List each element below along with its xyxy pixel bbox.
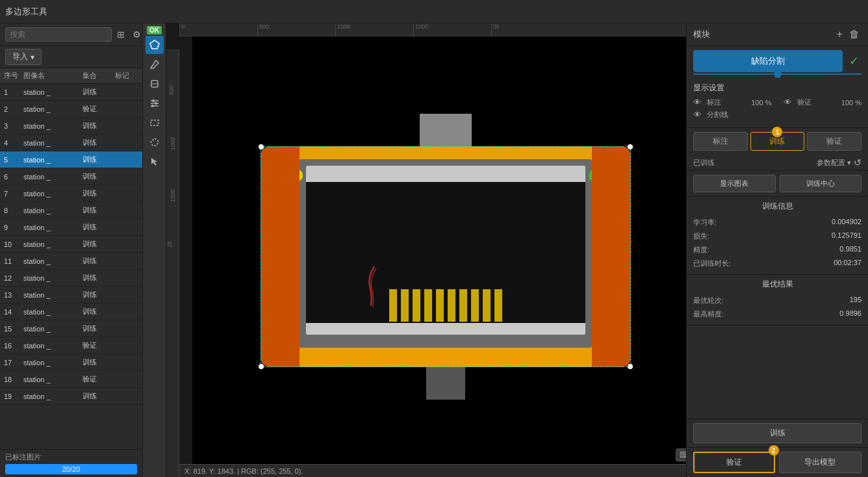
table-row[interactable]: 13 station _ 训练 bbox=[0, 287, 142, 303]
show-chart-btn[interactable]: 显示图表 bbox=[693, 175, 776, 192]
row-name: station _ bbox=[22, 139, 81, 147]
canvas-image[interactable]: ⌨ bbox=[192, 36, 686, 477]
table-row[interactable]: 15 station _ 训练 bbox=[0, 320, 142, 337]
training-info-row: 已训练时长: 00:02:37 bbox=[693, 257, 862, 270]
status-bar: X: 819. Y: 1843. | RGB: (255, 255, 0). bbox=[179, 464, 686, 477]
best-key: 最优轮次: bbox=[693, 296, 724, 305]
table-row[interactable]: 7 station _ 训练 bbox=[0, 185, 142, 202]
grid-icon-btn[interactable]: ⊞ bbox=[114, 28, 127, 41]
pen-tool-btn[interactable] bbox=[146, 55, 164, 73]
row-set: 训练 bbox=[81, 188, 114, 198]
dotted-rect-tool-btn[interactable] bbox=[146, 114, 164, 132]
table-row[interactable]: 10 station _ 训练 bbox=[0, 236, 142, 253]
dotted-poly-tool-btn[interactable] bbox=[146, 133, 164, 151]
label-display-row: 👁 标注 100 % 👁 验证 100 % bbox=[693, 97, 862, 107]
polygon-tool-btn[interactable] bbox=[146, 36, 164, 54]
label-eye-icon[interactable]: 👁 bbox=[693, 97, 702, 107]
tab-annotate[interactable]: 标注 bbox=[693, 132, 748, 151]
table-row[interactable]: 11 station _ 训练 bbox=[0, 253, 142, 270]
divider-slider[interactable] bbox=[693, 73, 862, 75]
row-name: station _ bbox=[22, 359, 81, 367]
divider-display-label: 分割线 bbox=[707, 110, 862, 120]
footer-top: 训练 bbox=[687, 419, 868, 448]
tab-verify[interactable]: 验证 bbox=[807, 132, 862, 151]
import-button[interactable]: 导入 ▾ bbox=[5, 49, 42, 65]
cursor-tool-btn[interactable] bbox=[146, 153, 164, 171]
table-row[interactable]: 14 station _ 训练 bbox=[0, 303, 142, 320]
paint-tool-btn[interactable] bbox=[146, 75, 164, 93]
label-display-label: 标注 bbox=[707, 97, 746, 107]
export-model-btn[interactable]: 导出模型 bbox=[779, 452, 862, 473]
ruler-tick-2k: 2k bbox=[491, 23, 500, 36]
keyboard-icon[interactable]: ⌨ bbox=[676, 448, 686, 461]
best-key: 最高精度: bbox=[693, 309, 724, 319]
table-row[interactable]: 19 station _ 训练 bbox=[0, 388, 142, 405]
table-row[interactable]: 1 station _ 训练 bbox=[0, 84, 142, 101]
training-info-section: 训练信息 学习率: 0.004902 损失: 0.125791 精度: 0.98… bbox=[687, 197, 868, 275]
col-id: 序号 bbox=[3, 71, 22, 81]
table-row[interactable]: 9 station _ 训练 bbox=[0, 219, 142, 236]
adjust-tool-btn[interactable] bbox=[146, 94, 164, 112]
action-row: 显示图表 训练中心 bbox=[687, 171, 868, 197]
row-set: 训练 bbox=[81, 391, 114, 401]
verify-btn[interactable]: 验证 bbox=[693, 452, 775, 473]
table-row[interactable]: 16 station _ 验证 bbox=[0, 337, 142, 354]
info-val: 0.004902 bbox=[832, 218, 862, 227]
table-row[interactable]: 5 station _ 训练 bbox=[0, 151, 142, 168]
row-set: 验证 bbox=[81, 341, 114, 350]
best-result-row: 最高精度: 0.9896 bbox=[693, 307, 862, 321]
defect-split-button[interactable]: 缺陷分割 bbox=[693, 50, 843, 72]
info-val: 0.9851 bbox=[839, 245, 862, 255]
footer-bottom: 验证 2 导出模型 bbox=[687, 448, 868, 477]
row-set: 训练 bbox=[81, 138, 114, 148]
divider-eye-icon[interactable]: 👁 bbox=[693, 110, 702, 120]
col-set: 集合 bbox=[81, 71, 114, 81]
middle-toolbar: OK bbox=[143, 23, 166, 477]
progress-text: 20/20 bbox=[62, 465, 81, 473]
add-module-btn[interactable]: + bbox=[835, 29, 845, 40]
verify-eye-icon[interactable]: 👁 bbox=[784, 97, 792, 107]
trained-label: 已训练 bbox=[693, 158, 715, 168]
row-id: 12 bbox=[3, 274, 22, 282]
ruler-left: 500 1000 1500 2k bbox=[166, 49, 179, 477]
row-id: 18 bbox=[3, 376, 22, 383]
divider-display-row: 👁 分割线 bbox=[693, 110, 862, 120]
table-row[interactable]: 18 station _ 验证 bbox=[0, 371, 142, 388]
table-row[interactable]: 4 station _ 训练 bbox=[0, 135, 142, 151]
info-val: 00:02:37 bbox=[834, 259, 862, 268]
row-set: 验证 bbox=[81, 374, 114, 384]
search-input[interactable] bbox=[5, 27, 112, 42]
train-large-btn[interactable]: 训练 bbox=[693, 423, 862, 443]
history-btn[interactable]: ↺ bbox=[854, 157, 862, 168]
table-row[interactable]: 2 station _ 验证 bbox=[0, 101, 142, 118]
table-row[interactable]: 8 station _ 训练 bbox=[0, 202, 142, 219]
confirm-btn[interactable]: ✓ bbox=[847, 54, 862, 68]
verify-display-label: 验证 bbox=[797, 97, 836, 107]
row-set: 训练 bbox=[81, 205, 114, 215]
train-tab-badge: 1 bbox=[772, 127, 782, 137]
table-row[interactable]: 12 station _ 训练 bbox=[0, 270, 142, 287]
row-set: 验证 bbox=[81, 104, 114, 114]
filter-icon-btn[interactable]: ⚙ bbox=[130, 28, 144, 41]
row-name: station _ bbox=[22, 325, 81, 333]
info-key: 已训练时长: bbox=[693, 259, 731, 268]
table-row[interactable]: 17 station _ 训练 bbox=[0, 354, 142, 371]
table-row[interactable]: 6 station _ 训练 bbox=[0, 168, 142, 185]
row-set: 训练 bbox=[81, 87, 114, 97]
row-id: 3 bbox=[3, 122, 22, 130]
import-chevron-icon: ▾ bbox=[31, 53, 34, 62]
row-set: 训练 bbox=[81, 357, 114, 367]
display-settings: 显示设置 👁 标注 100 % 👁 验证 100 % 👁 分割线 bbox=[687, 77, 868, 128]
param-config-btn[interactable]: 参数配置 ▾ bbox=[817, 158, 851, 168]
canvas-status-text: X: 819. Y: 1843. | RGB: (255, 255, 0). bbox=[185, 467, 303, 475]
table-row[interactable]: 3 station _ 训练 bbox=[0, 118, 142, 135]
info-key: 学习率: bbox=[693, 218, 717, 227]
divider-handle[interactable] bbox=[774, 70, 782, 78]
tool-title: 多边形工具 bbox=[5, 6, 47, 18]
row-id: 15 bbox=[3, 325, 22, 333]
train-center-btn[interactable]: 训练中心 bbox=[780, 175, 862, 192]
training-info-row: 精度: 0.9851 bbox=[693, 243, 862, 257]
delete-module-btn[interactable]: 🗑 bbox=[847, 29, 862, 40]
image-list: 1 station _ 训练 2 station _ 验证 3 station … bbox=[0, 84, 142, 449]
label-display-value: 100 % bbox=[751, 99, 771, 107]
